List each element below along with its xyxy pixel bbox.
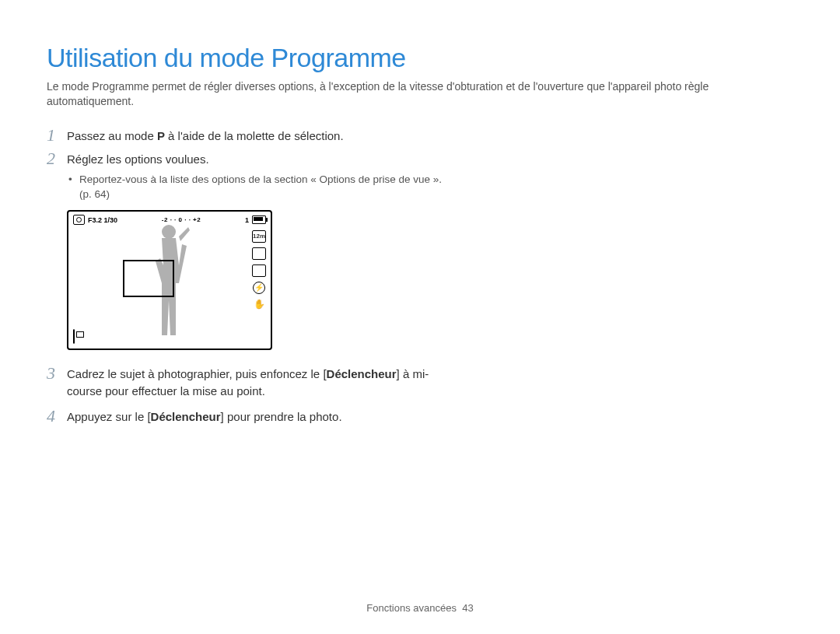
step3-bold: Déclencheur	[327, 367, 397, 380]
steps-list: 1 Passez au mode P à l'aide de la molett…	[47, 126, 451, 426]
shots-remaining: 1	[245, 216, 249, 224]
camera-mode-icon	[73, 215, 85, 225]
footer-section: Fonctions avancées	[366, 602, 457, 614]
step-text: Appuyez sur le [Déclencheur] pour prendr…	[67, 407, 342, 426]
lcd-top-right: 1	[245, 215, 266, 224]
step4-part2: ] pour prendre la photo.	[221, 410, 342, 423]
manual-page: Utilisation du mode Programme Le mode Pr…	[0, 0, 840, 634]
svg-point-0	[162, 225, 176, 239]
battery-full-icon	[252, 215, 266, 224]
page-title: Utilisation du mode Programme	[47, 43, 793, 73]
intro-paragraph: Le mode Programme permet de régler diver…	[47, 79, 793, 109]
step-number: 2	[47, 149, 67, 168]
lcd-right-icons: 12m ⚡ ✋	[252, 230, 266, 310]
lcd-top-left: F3.2 1/30	[73, 215, 117, 225]
lcd-left-bottom	[73, 330, 75, 344]
step3-part1: Cadrez le sujet à photographier, puis en…	[67, 367, 327, 380]
flash-off-icon: ⚡	[253, 282, 265, 294]
step-number: 1	[47, 126, 67, 145]
step-number: 4	[47, 407, 67, 426]
step-text: Cadrez le sujet à photographier, puis en…	[67, 364, 451, 400]
metering-icon	[252, 247, 266, 260]
aperture-shutter-readout: F3.2 1/30	[88, 216, 117, 224]
camera-lcd-preview: F3.2 1/30 -2 · · 0 · · +2 1 12m ⚡ ✋	[67, 210, 272, 350]
af-focus-rectangle	[123, 260, 174, 297]
iso-auto-icon	[252, 264, 266, 277]
step-3: 3 Cadrez le sujet à photographier, puis …	[47, 364, 451, 400]
step-2: 2 Réglez les options voulues.	[47, 149, 451, 168]
ois-icon: ✋	[254, 299, 264, 310]
step-text: Passez au mode P à l'aide de la molette …	[67, 126, 344, 145]
step-text-bold: P	[157, 129, 165, 142]
footer-page-number: 43	[462, 602, 473, 614]
step4-bold: Déclencheur	[151, 410, 221, 423]
page-footer: Fonctions avancées 43	[0, 602, 840, 614]
step-text: Réglez les options voulues.	[67, 149, 209, 168]
af-area-icon	[73, 329, 75, 344]
step-number: 3	[47, 364, 67, 383]
step-1: 1 Passez au mode P à l'aide de la molett…	[47, 126, 451, 145]
step-text-pre: Passez au mode	[67, 129, 157, 142]
step-text-post: à l'aide de la molette de sélection.	[165, 129, 344, 142]
resolution-12m-icon: 12m	[252, 230, 266, 243]
step-2-bullet: Reportez-vous à la liste des options de …	[68, 173, 451, 202]
step-4: 4 Appuyez sur le [Déclencheur] pour pren…	[47, 407, 451, 426]
step4-part1: Appuyez sur le [	[67, 410, 151, 423]
